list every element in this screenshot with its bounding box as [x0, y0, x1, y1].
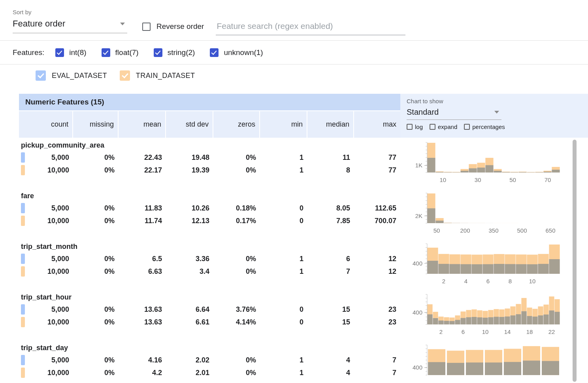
filter-item-int: int(8) — [55, 48, 86, 57]
stat-row: 5,000 0% 22.43 19.48 0% 1 11 77 — [19, 151, 400, 164]
stat-cell: 0% — [213, 354, 260, 366]
svg-text:1K: 1K — [415, 162, 422, 169]
stat-row: 10,000 0% 22.17 19.39 0% 1 8 77 — [19, 164, 400, 176]
column-header: min — [260, 111, 307, 138]
stat-cell: 8.05 — [307, 202, 354, 214]
percentages-checkbox[interactable] — [464, 124, 470, 130]
expand-checkbox[interactable] — [430, 124, 435, 130]
stat-cell: 4.14% — [213, 316, 260, 328]
stat-cell: 4 — [307, 354, 354, 366]
stat-cell: 700.07 — [354, 214, 400, 227]
string-filter-checkbox[interactable] — [154, 48, 162, 57]
stat-cell: 7 — [307, 265, 354, 278]
log-checkbox[interactable] — [407, 124, 413, 130]
stat-cell: 12.13 — [166, 214, 213, 227]
stat-cell: 0% — [213, 265, 260, 278]
dataset-legend-row: EVAL_DATASET TRAIN_DATASET — [0, 64, 588, 87]
svg-text:400: 400 — [413, 309, 422, 316]
int-filter-checkbox[interactable] — [55, 48, 64, 57]
dataset-swatch — [21, 165, 25, 175]
chevron-down-icon — [494, 111, 499, 114]
sort-by-value: Feature order — [13, 19, 65, 29]
svg-text:10: 10 — [529, 278, 536, 284]
stat-cell: 10,000 — [19, 214, 73, 227]
sort-by-select[interactable]: Feature order — [13, 18, 127, 33]
dataset-label: TRAIN_DATASET — [136, 72, 195, 80]
stat-row: 5,000 0% 11.83 10.26 0.18% 0 8.05 112.65 — [19, 202, 400, 214]
svg-text:50: 50 — [433, 227, 440, 234]
float-filter-checkbox[interactable] — [102, 48, 110, 57]
feature-block: trip_start_day 5,000 0% 4.16 2.02 0% 1 4… — [19, 342, 588, 383]
stat-cell: 0% — [213, 366, 260, 379]
table-header: Numeric Features (15) count missing mean… — [19, 94, 588, 138]
stat-cell: 0 — [260, 303, 307, 316]
svg-text:350: 350 — [488, 227, 498, 234]
stat-cell: 12 — [354, 265, 400, 278]
stat-cell: 6.64 — [166, 303, 213, 316]
svg-text:10: 10 — [439, 176, 446, 183]
column-header: std dev — [166, 111, 213, 138]
stat-row: 10,000 0% 4.2 2.01 0% 1 4 7 — [19, 366, 400, 379]
column-header: missing — [73, 111, 119, 138]
search-input[interactable] — [216, 21, 405, 35]
sort-by-label: Sort by — [13, 9, 127, 15]
column-header: median — [307, 111, 354, 138]
stat-cell: 0% — [73, 366, 119, 379]
dataset-swatch — [21, 216, 25, 226]
feature-type-filter-row: Features: int(8) float(7) string(2) unkn… — [0, 41, 588, 64]
stat-cell: 0% — [73, 202, 119, 214]
numeric-features-header: Numeric Features (15) count missing mean… — [19, 94, 400, 138]
dataset-swatch — [21, 317, 25, 327]
feature-name: trip_start_day — [19, 342, 400, 354]
stat-cell: 0% — [73, 252, 119, 265]
svg-text:4: 4 — [464, 278, 467, 284]
dataset-swatch — [21, 254, 25, 264]
stat-cell: 5,000 — [19, 252, 73, 265]
table-title: Numeric Features (15) — [19, 94, 400, 110]
filter-item-unknown: unknown(1) — [210, 48, 263, 57]
chart-to-show-label: Chart to show — [407, 98, 588, 104]
svg-text:18: 18 — [526, 328, 533, 335]
dataset-swatch — [21, 266, 25, 277]
dataset-item-eval: EVAL_DATASET — [36, 70, 107, 81]
svg-text:650: 650 — [545, 227, 555, 234]
stat-cell: 23 — [354, 303, 400, 316]
stat-cell: 7 — [354, 366, 400, 379]
stat-row: 10,000 0% 6.63 3.4 0% 1 7 12 — [19, 265, 400, 278]
dataset-swatch — [21, 355, 25, 365]
svg-text:6: 6 — [462, 328, 465, 335]
unknown-filter-checkbox[interactable] — [210, 48, 219, 57]
stat-cell: 10,000 — [19, 366, 73, 379]
stat-cell: 0 — [260, 214, 307, 227]
train-dataset-checkbox[interactable] — [120, 70, 130, 81]
svg-text:500: 500 — [517, 227, 527, 234]
stat-cell: 22.43 — [119, 151, 166, 164]
reverse-order-control: Reverse order — [142, 22, 204, 31]
stat-cell: 5,000 — [19, 202, 73, 214]
stat-cell: 12 — [354, 252, 400, 265]
stat-cell: 1 — [260, 354, 307, 366]
stat-cell: 6.63 — [119, 265, 166, 278]
vertical-scrollbar[interactable] — [573, 140, 577, 382]
column-header: max — [354, 111, 400, 138]
feature-search-block — [216, 21, 405, 35]
stat-cell: 13.63 — [119, 316, 166, 328]
svg-text:10: 10 — [482, 328, 489, 335]
stat-cell: 0 — [260, 202, 307, 214]
stat-cell: 0% — [73, 214, 119, 227]
chart-type-select[interactable]: Standard — [407, 106, 501, 120]
stat-cell: 4.2 — [119, 366, 166, 379]
stat-cell: 7.85 — [307, 214, 354, 227]
stat-cell: 4.16 — [119, 354, 166, 366]
reverse-order-checkbox[interactable] — [142, 23, 151, 31]
dataset-swatch — [21, 304, 25, 315]
eval-dataset-checkbox[interactable] — [36, 70, 46, 81]
stat-cell: 10,000 — [19, 316, 73, 328]
sort-by-block: Sort by Feature order — [13, 9, 127, 33]
svg-text:6: 6 — [486, 278, 490, 284]
feature-stats: fare 5,000 0% 11.83 10.26 0.18% 0 8.05 1… — [19, 190, 400, 241]
stat-cell: 2.02 — [166, 354, 213, 366]
stat-cell: 8 — [307, 164, 354, 176]
feature-name: pickup_community_area — [19, 139, 400, 151]
feature-block: fare 5,000 0% 11.83 10.26 0.18% 0 8.05 1… — [19, 190, 588, 241]
